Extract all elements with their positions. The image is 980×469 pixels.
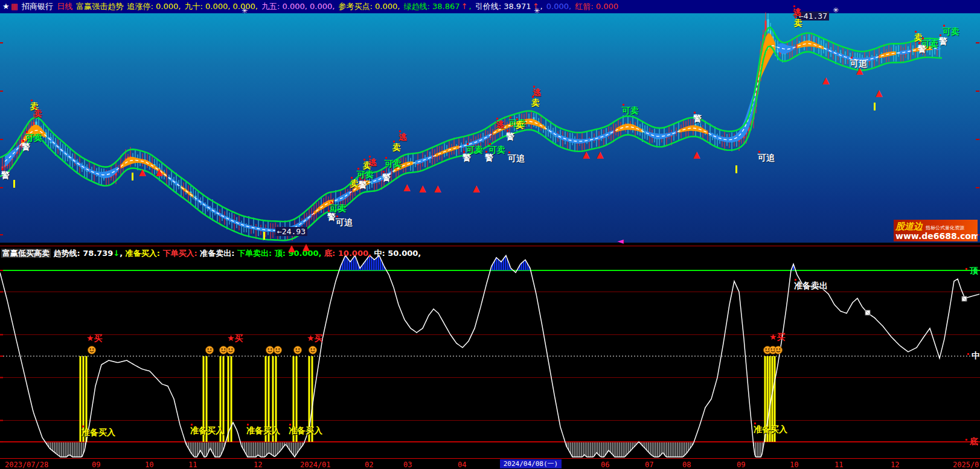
indicator-header-segment: 趋势线: 78.739 <box>51 249 113 258</box>
date-axis-label: 11 <box>188 461 197 469</box>
indicator-header-segment: 下单买入: <box>163 249 200 258</box>
date-axis-label: 2023/07/28 <box>5 461 48 469</box>
indicator-header-segment: 富赢低买高卖 <box>1 249 51 258</box>
date-axis[interactable]: 2024/04/08(一) 2023/07/28091011122024/010… <box>0 459 980 469</box>
oversold-hatch <box>47 442 763 457</box>
indicator-header-segment: , <box>120 249 125 258</box>
watermark-ad: 股道边 指标公式量化资源 www.de6688.com <box>894 220 978 241</box>
oscillator-grid <box>0 270 980 442</box>
watermark-url: www.de6688.com <box>895 231 976 241</box>
indicator-header-segment: 顶: 90.000, <box>275 249 324 258</box>
smiley-icons <box>88 346 783 354</box>
date-axis-label: 10 <box>790 461 798 469</box>
indicator-header-segment: 准备买入: <box>126 249 163 258</box>
indicator-header-segment: 准备卖出: <box>200 249 237 258</box>
date-axis-label: 04 <box>458 461 466 469</box>
date-axis-label: 2025/01 <box>953 461 980 469</box>
watermark-tagline: 指标公式量化资源 <box>926 225 964 231</box>
trend-ribbon <box>5 33 940 232</box>
watermark-brand: 股道边 <box>895 221 923 232</box>
date-axis-label: 12 <box>254 461 262 469</box>
selected-date-box: 2024/04/08(一) <box>500 459 562 468</box>
date-axis-label: 02 <box>365 461 373 469</box>
date-axis-label: 10 <box>145 461 153 469</box>
trading-app-window: ★▦ 招商银行 日线 富赢强击趋势 追涨停: 0.000, 九十: 0.000,… <box>0 0 980 469</box>
indicator-header-segment: 底: 10.000, <box>324 249 374 258</box>
date-axis-label: 03 <box>403 461 412 469</box>
sub-indicator-header: 富赢低买高卖 趋势线: 78.739↓, 准备买入: 下单买入: 准备卖出: 下… <box>1 248 979 259</box>
date-axis-label: 06 <box>601 461 609 469</box>
date-axis-label: 2024/01 <box>300 461 331 469</box>
chart-canvas[interactable] <box>0 0 980 469</box>
date-axis-label: 11 <box>834 461 843 469</box>
indicator-header-segment: 中: 50.000, <box>374 249 421 258</box>
ribbon-centerline <box>5 43 940 231</box>
buy-signal-bars <box>80 356 776 442</box>
green-trend-lines <box>0 27 942 240</box>
date-axis-label: 09 <box>92 461 100 469</box>
date-axis-label: 12 <box>891 461 899 469</box>
indicator-header-segment: ↓ <box>113 249 120 258</box>
panel-divider <box>0 246 980 246</box>
date-axis-label: 09 <box>737 461 745 469</box>
date-axis-label: 07 <box>645 461 653 469</box>
indicator-header-segment: 下单卖出: <box>237 249 275 258</box>
price-axis-ticks <box>0 42 979 235</box>
date-axis-label: 08 <box>682 461 691 469</box>
